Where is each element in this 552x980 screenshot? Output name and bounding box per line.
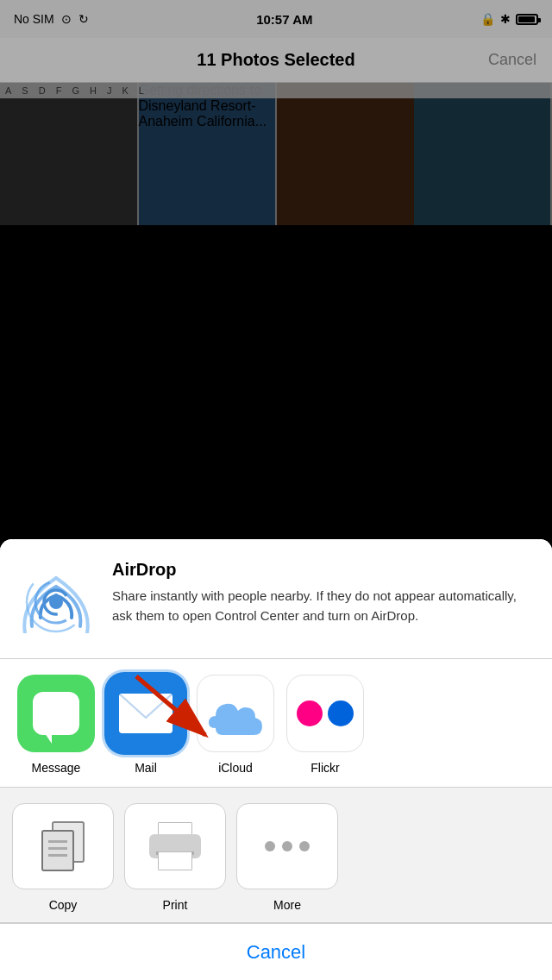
cancel-button-label: Cancel bbox=[247, 941, 305, 964]
message-app-label: Message bbox=[32, 761, 81, 775]
airdrop-icon bbox=[17, 560, 95, 638]
app-row: Message bbox=[9, 675, 543, 775]
print-action-icon bbox=[124, 803, 226, 889]
copy-pages-icon bbox=[41, 821, 85, 871]
more-dot-2 bbox=[282, 841, 292, 851]
flickr-blue-dot bbox=[328, 700, 354, 726]
app-item-mail[interactable]: Mail bbox=[107, 675, 185, 775]
airdrop-title: AirDrop bbox=[112, 560, 535, 580]
flickr-pink-dot bbox=[297, 700, 323, 726]
copy-action-label: Copy bbox=[49, 898, 78, 912]
action-item-copy[interactable]: Copy bbox=[12, 803, 114, 912]
airdrop-description: Share instantly with people nearby. If t… bbox=[112, 587, 535, 625]
svg-rect-6 bbox=[119, 694, 172, 733]
mail-app-icon bbox=[107, 675, 185, 752]
more-dot-1 bbox=[265, 841, 275, 851]
action-item-more[interactable]: More bbox=[236, 803, 338, 912]
airdrop-text: AirDrop Share instantly with people near… bbox=[112, 560, 535, 625]
flickr-dots bbox=[297, 700, 354, 726]
share-sheet: AirDrop Share instantly with people near… bbox=[0, 539, 552, 980]
icloud-app-label: iCloud bbox=[218, 761, 253, 775]
airdrop-section: AirDrop Share instantly with people near… bbox=[0, 539, 552, 659]
action-row: Copy Print bbox=[12, 803, 540, 912]
app-item-message[interactable]: Message bbox=[17, 675, 95, 775]
flickr-app-icon bbox=[286, 675, 364, 752]
more-action-icon bbox=[236, 803, 338, 889]
action-item-print[interactable]: Print bbox=[124, 803, 226, 912]
app-item-icloud[interactable]: iCloud bbox=[197, 675, 274, 775]
action-row-section: Copy Print bbox=[0, 788, 552, 923]
copy-action-icon bbox=[12, 803, 114, 889]
app-item-flickr[interactable]: Flickr bbox=[286, 675, 364, 775]
app-row-section: Message bbox=[0, 659, 552, 788]
mail-app-label: Mail bbox=[135, 761, 157, 775]
flickr-app-label: Flickr bbox=[310, 761, 339, 775]
message-app-icon bbox=[17, 675, 95, 752]
message-bubble-icon bbox=[33, 692, 79, 735]
mail-envelope-wrap bbox=[119, 694, 172, 733]
print-action-label: Print bbox=[163, 898, 188, 912]
icloud-app-icon bbox=[197, 675, 274, 752]
print-paper-bottom bbox=[158, 851, 192, 870]
more-dots-icon bbox=[265, 841, 310, 851]
cancel-button[interactable]: Cancel bbox=[0, 923, 552, 980]
copy-page-front bbox=[41, 830, 74, 871]
more-action-label: More bbox=[273, 898, 301, 912]
print-icon-wrap bbox=[149, 822, 201, 870]
more-dot-3 bbox=[299, 841, 310, 851]
